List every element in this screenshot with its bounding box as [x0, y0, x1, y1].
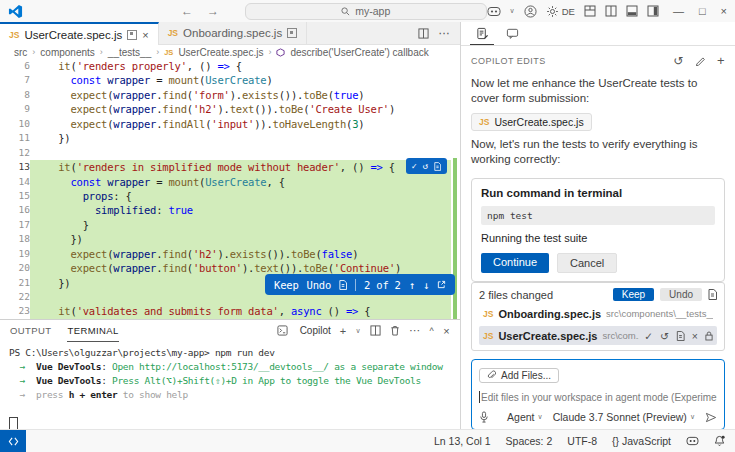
previous-change-icon[interactable]: ↑	[409, 279, 415, 291]
cursor-position[interactable]: Ln 13, Col 1	[434, 435, 491, 447]
toggle-diff-icon[interactable]	[434, 162, 441, 171]
copilot-edits-tab-icon[interactable]	[470, 22, 494, 45]
keep-button[interactable]: Keep	[274, 279, 299, 291]
command-center-search[interactable]: my-app	[245, 3, 487, 20]
toggle-diff-icon[interactable]	[339, 280, 347, 290]
terminal-line: PS C:\Users\olguzzar\projects\my-app> np…	[9, 346, 460, 360]
breadcrumb-item[interactable]: components	[40, 47, 94, 58]
panel-tab-terminal[interactable]: TERMINAL	[67, 320, 118, 342]
nav-back-button[interactable]: ←	[181, 4, 193, 18]
accounts-icon[interactable]	[524, 5, 537, 18]
kill-terminal-icon[interactable]	[390, 325, 400, 336]
customize-layout-icon[interactable]	[584, 5, 596, 17]
split-editor-icon[interactable]	[605, 5, 617, 17]
copilot-icon[interactable]	[487, 6, 501, 17]
cancel-button[interactable]: Cancel	[557, 253, 617, 273]
breadcrumb-item[interactable]: src	[14, 47, 27, 58]
open-diff-icon[interactable]	[676, 331, 685, 341]
panel-title: COPILOT EDITS	[471, 56, 546, 66]
next-change-icon[interactable]: ↓	[423, 279, 429, 291]
copilot-edits-panel: COPILOT EDITS ↺ + Now let me enhance the…	[460, 22, 735, 430]
changed-file-row[interactable]: JSOnboarding.spec.jssrc\components\__tes…	[479, 304, 717, 323]
changed-file-row[interactable]: JSUserCreate.spec.jssrc\com...✓↺×	[479, 326, 717, 345]
line-number: 11	[0, 131, 30, 145]
notifications-bell-icon[interactable]	[714, 435, 725, 447]
maximize-button[interactable]: □	[699, 5, 706, 17]
diff-review-toolbar: Keep Undo 2 of 2 ↑ ↓	[265, 274, 455, 295]
undo-all-button[interactable]: Undo	[660, 288, 702, 301]
lock-file-icon[interactable]	[705, 331, 713, 341]
chat-input-box[interactable]: Add Files... Edit files in your workspac…	[471, 359, 725, 430]
split-terminal-icon[interactable]	[370, 325, 381, 336]
terminal-dropdown-icon[interactable]: ∨	[356, 327, 362, 335]
toggle-panel-icon[interactable]	[626, 5, 638, 17]
file-chip[interactable]: JS UserCreate.spec.js	[471, 113, 592, 131]
chat-tab-icon[interactable]	[500, 22, 524, 45]
assistant-message: Now let me enhance the UserCreate tests …	[471, 76, 725, 106]
chat-input-field[interactable]: Edit files in your workspace in agent mo…	[479, 391, 717, 403]
more-actions-icon[interactable]: ⋯	[409, 324, 420, 337]
model-dropdown[interactable]: Claude 3.7 Sonnet (Preview) ∨	[553, 411, 695, 423]
javascript-file-icon: JS	[164, 48, 173, 57]
minimize-button[interactable]: —	[673, 5, 684, 17]
terminal-profile-icon[interactable]	[277, 325, 288, 336]
nav-forward-button[interactable]: →	[207, 4, 219, 18]
add-session-icon[interactable]: +	[717, 53, 725, 68]
accept-change-icon[interactable]: ✓	[412, 161, 417, 171]
view-all-edits-icon[interactable]	[708, 289, 717, 300]
edited-by-copilot-icon[interactable]	[127, 30, 137, 40]
maximize-panel-icon[interactable]: ^	[430, 326, 435, 336]
breadcrumb-item[interactable]: UserCreate.spec.js	[178, 47, 263, 58]
keep-all-button[interactable]: Keep	[613, 288, 654, 301]
remove-file-icon[interactable]: ×	[692, 330, 698, 342]
chevron-down-icon[interactable]: ∨	[510, 7, 515, 15]
add-files-button[interactable]: Add Files...	[479, 368, 559, 383]
open-changes-icon[interactable]	[437, 280, 446, 289]
file-chip-label: UserCreate.spec.js	[494, 116, 583, 128]
tab-label: UserCreate.spec.js	[24, 29, 122, 41]
overview-ruler-added-marker	[453, 158, 457, 319]
continue-button[interactable]: Continue	[481, 253, 549, 273]
copilot-status-icon[interactable]	[686, 436, 699, 446]
indentation[interactable]: Spaces: 2	[506, 435, 553, 447]
undo-button[interactable]: Undo	[307, 279, 332, 291]
discard-file-icon[interactable]: ↺	[660, 330, 669, 342]
breadcrumb-item[interactable]: describe('UserCreate') callback	[290, 47, 428, 58]
send-icon[interactable]	[705, 412, 717, 423]
line-number: 6	[0, 59, 30, 73]
undo-edits-icon[interactable]: ↺	[673, 54, 684, 68]
new-terminal-icon[interactable]: +	[340, 325, 347, 337]
close-panel-icon[interactable]: ×	[443, 325, 450, 337]
code-line: 23 it('validates and submits form data',…	[0, 304, 460, 318]
remote-indicator-button[interactable]	[0, 430, 26, 452]
changed-files-box: 2 files changed Keep Undo JSOnboarding.s…	[471, 282, 725, 351]
language-mode[interactable]: {} JavaScript	[612, 435, 671, 447]
microphone-icon[interactable]	[479, 411, 489, 423]
line-number: 20	[0, 261, 30, 275]
panel-tab-output[interactable]: OUTPUT	[10, 320, 51, 341]
breadcrumb-item[interactable]: __tests__	[108, 47, 151, 58]
line-number: 23	[0, 304, 30, 318]
line-number: 22	[0, 290, 30, 304]
toggle-secondary-sidebar-icon[interactable]	[647, 5, 659, 17]
more-actions-icon[interactable]: ⋯	[439, 26, 451, 40]
discard-change-icon[interactable]: ↺	[423, 161, 428, 171]
accept-file-icon[interactable]: ✓	[644, 330, 653, 342]
new-edit-session-icon[interactable]	[695, 55, 706, 66]
tab-onboarding-spec[interactable]: JS Onboarding.spec.js	[159, 22, 308, 44]
split-editor-icon[interactable]	[418, 28, 429, 39]
text-caret	[479, 391, 480, 403]
mode-dropdown[interactable]: Agent ∨	[507, 411, 543, 423]
breadcrumb[interactable]: src› components› __tests__› JS UserCreat…	[0, 45, 460, 59]
tab-usercreate-spec[interactable]: JS UserCreate.spec.js ×	[0, 22, 159, 45]
close-button[interactable]: ×	[721, 5, 727, 17]
code-editor[interactable]: 6 it('renders properly', () => {7 const …	[0, 59, 460, 319]
code-line: 12	[0, 146, 460, 160]
terminal-line	[9, 402, 460, 416]
close-tab-icon[interactable]: ×	[142, 29, 148, 41]
edited-by-copilot-icon[interactable]	[287, 28, 297, 38]
settings-gear-icon[interactable]	[546, 5, 559, 18]
terminal-output[interactable]: PS C:\Users\olguzzar\projects\my-app> np…	[0, 341, 460, 430]
encoding[interactable]: UTF-8	[567, 435, 597, 447]
line-number: 10	[0, 117, 30, 131]
